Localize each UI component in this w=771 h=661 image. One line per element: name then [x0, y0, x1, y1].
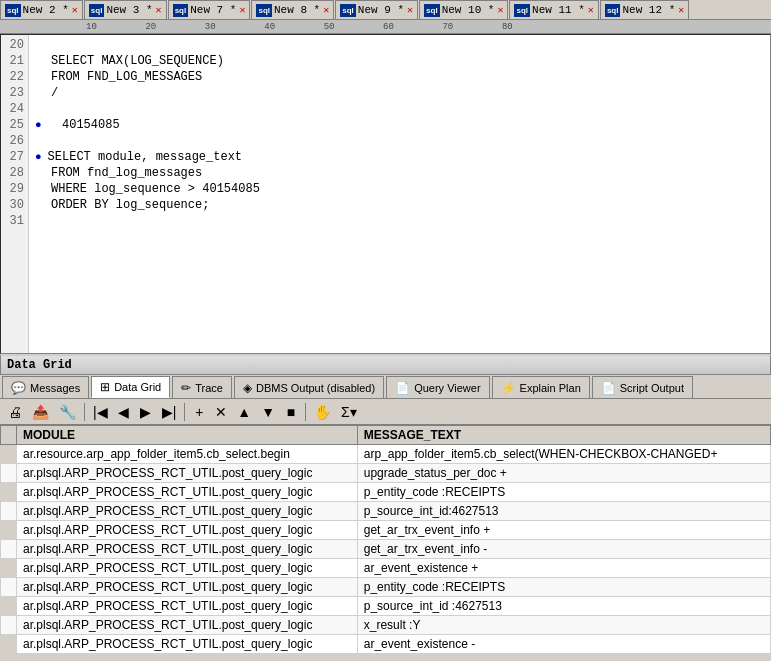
editor-line — [35, 133, 764, 149]
tab-close[interactable]: ✕ — [323, 4, 329, 16]
bottom-tab-messages[interactable]: 💬Messages — [2, 376, 89, 398]
table-row[interactable]: ar.plsql.ARP_PROCESS_RCT_UTIL.post_query… — [1, 635, 771, 654]
delete-button[interactable]: ✕ — [211, 401, 231, 423]
tab-close[interactable]: ✕ — [72, 4, 78, 16]
line-text: SELECT MAX(LOG_SEQUENCE) — [51, 53, 224, 69]
table-container[interactable]: MODULE MESSAGE_TEXT ar.resource.arp_app_… — [0, 425, 771, 654]
editor-line: ●SELECT module, message_text — [35, 149, 764, 165]
next-button[interactable]: ▶| — [158, 401, 181, 423]
col-header-message[interactable]: MESSAGE_TEXT — [357, 426, 770, 445]
bottom-tab-explain-plan[interactable]: ⚡Explain Plan — [492, 376, 590, 398]
bottom-tab-label: Explain Plan — [520, 382, 581, 394]
editor-line: ● 40154085 — [35, 117, 764, 133]
bottom-tab-label: Trace — [195, 382, 223, 394]
tab-new-9-*[interactable]: sqlNew 9 *✕ — [335, 0, 418, 19]
up-button[interactable]: ▲ — [233, 401, 255, 423]
col-header-marker — [1, 426, 17, 445]
tab-label: New 3 * — [106, 4, 152, 16]
bottom-tab-icon: 📄 — [395, 381, 410, 395]
sql-icon: sql — [340, 4, 356, 17]
data-table: MODULE MESSAGE_TEXT ar.resource.arp_app_… — [0, 425, 771, 654]
tab-label: New 11 * — [532, 4, 585, 16]
bottom-tab-query-viewer[interactable]: 📄Query Viewer — [386, 376, 489, 398]
row-module: ar.plsql.ARP_PROCESS_RCT_UTIL.post_query… — [17, 578, 358, 597]
bottom-tab-label: Data Grid — [114, 381, 161, 393]
tab-label: New 9 * — [358, 4, 404, 16]
tab-close[interactable]: ✕ — [407, 4, 413, 16]
table-row[interactable]: ar.plsql.ARP_PROCESS_RCT_UTIL.post_query… — [1, 502, 771, 521]
table-row[interactable]: ar.plsql.ARP_PROCESS_RCT_UTIL.post_query… — [1, 597, 771, 616]
row-module: ar.plsql.ARP_PROCESS_RCT_UTIL.post_query… — [17, 597, 358, 616]
row-message: p_entity_code :RECEIPTS — [357, 578, 770, 597]
sql-icon: sql — [424, 4, 440, 17]
sql-icon: sql — [5, 4, 21, 17]
line-number-23: 23 — [5, 85, 24, 101]
tab-new-12-*[interactable]: sqlNew 12 *✕ — [600, 0, 689, 19]
bottom-tab-icon: ⚡ — [501, 381, 516, 395]
down-button[interactable]: ▼ — [257, 401, 279, 423]
prev-button[interactable]: ◀ — [114, 401, 134, 423]
row-marker — [1, 464, 17, 483]
table-row[interactable]: ar.plsql.ARP_PROCESS_RCT_UTIL.post_query… — [1, 616, 771, 635]
bottom-tab-dbms-output-(disabled)[interactable]: ◈DBMS Output (disabled) — [234, 376, 384, 398]
play-button[interactable]: ▶ — [136, 401, 156, 423]
bottom-tab-trace[interactable]: ✏Trace — [172, 376, 232, 398]
bottom-tab-script-output[interactable]: 📄Script Output — [592, 376, 693, 398]
toolbar: 🖨 📤 🔧 |◀ ◀ ▶ ▶| + ✕ ▲ ▼ ■ ✋ Σ▾ — [0, 399, 771, 425]
tab-close[interactable]: ✕ — [497, 4, 503, 16]
editor-line — [35, 37, 764, 53]
tab-close[interactable]: ✕ — [239, 4, 245, 16]
first-button[interactable]: |◀ — [89, 401, 112, 423]
row-message: x_result :Y — [357, 616, 770, 635]
tab-label: New 10 * — [442, 4, 495, 16]
tab-close[interactable]: ✕ — [678, 4, 684, 16]
bottom-tab-data-grid[interactable]: ⊞Data Grid — [91, 376, 170, 398]
table-row[interactable]: ar.plsql.ARP_PROCESS_RCT_UTIL.post_query… — [1, 540, 771, 559]
col-header-module[interactable]: MODULE — [17, 426, 358, 445]
tab-close[interactable]: ✕ — [588, 4, 594, 16]
row-marker — [1, 521, 17, 540]
editor-container[interactable]: 202122232425262728293031 SELECT MAX(LOG_… — [0, 34, 771, 354]
bottom-tab-icon: 💬 — [11, 381, 26, 395]
table-row[interactable]: ar.plsql.ARP_PROCESS_RCT_UTIL.post_query… — [1, 559, 771, 578]
stop-button[interactable]: ■ — [281, 401, 301, 423]
line-text: FROM fnd_log_messages — [51, 165, 202, 181]
line-number-30: 30 — [5, 197, 24, 213]
tab-new-11-*[interactable]: sqlNew 11 *✕ — [509, 0, 598, 19]
line-number-22: 22 — [5, 69, 24, 85]
tab-close[interactable]: ✕ — [156, 4, 162, 16]
table-row[interactable]: ar.plsql.ARP_PROCESS_RCT_UTIL.post_query… — [1, 464, 771, 483]
sql-icon: sql — [173, 4, 189, 17]
hand-button[interactable]: ✋ — [310, 401, 335, 423]
add-button[interactable]: + — [189, 401, 209, 423]
sum-button[interactable]: Σ▾ — [337, 401, 361, 423]
tab-new-7-*[interactable]: sqlNew 7 *✕ — [168, 0, 251, 19]
datagrid-title: Data Grid — [7, 358, 72, 372]
row-marker — [1, 502, 17, 521]
datagrid-section-header: Data Grid — [0, 354, 771, 375]
editor-line: WHERE log_sequence > 40154085 — [35, 181, 764, 197]
row-marker — [1, 540, 17, 559]
table-row[interactable]: ar.resource.arp_app_folder_item5.cb_sele… — [1, 445, 771, 464]
tab-new-3-*[interactable]: sqlNew 3 *✕ — [84, 0, 167, 19]
editor-content[interactable]: SELECT MAX(LOG_SEQUENCE)FROM FND_LOG_MES… — [29, 35, 770, 353]
line-number-31: 31 — [5, 213, 24, 229]
row-message: ar_event_existence + — [357, 559, 770, 578]
row-marker — [1, 635, 17, 654]
editor-line: SELECT MAX(LOG_SEQUENCE) — [35, 53, 764, 69]
print-button[interactable]: 🖨 — [4, 401, 26, 423]
export-button[interactable]: 📤 — [28, 401, 53, 423]
tab-new-2-*[interactable]: sqlNew 2 *✕ — [0, 0, 83, 19]
filter-button[interactable]: 🔧 — [55, 401, 80, 423]
row-module: ar.plsql.ARP_PROCESS_RCT_UTIL.post_query… — [17, 559, 358, 578]
row-message: p_source_int_id:4627513 — [357, 502, 770, 521]
row-message: ar_event_existence - — [357, 635, 770, 654]
tab-new-8-*[interactable]: sqlNew 8 *✕ — [251, 0, 334, 19]
table-row[interactable]: ar.plsql.ARP_PROCESS_RCT_UTIL.post_query… — [1, 483, 771, 502]
bottom-tab-label: Script Output — [620, 382, 684, 394]
tab-new-10-*[interactable]: sqlNew 10 *✕ — [419, 0, 508, 19]
line-number-27: 27 — [5, 149, 24, 165]
table-row[interactable]: ar.plsql.ARP_PROCESS_RCT_UTIL.post_query… — [1, 578, 771, 597]
table-row[interactable]: ar.plsql.ARP_PROCESS_RCT_UTIL.post_query… — [1, 521, 771, 540]
bottom-tab-label: Query Viewer — [414, 382, 480, 394]
